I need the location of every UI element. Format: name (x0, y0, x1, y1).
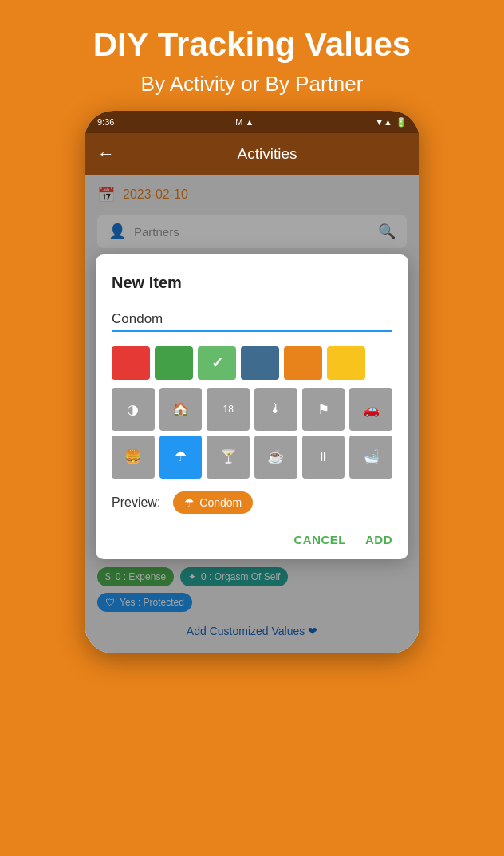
icon-cell-5[interactable]: 🚗 (349, 388, 392, 431)
color-swatch-yellow[interactable] (327, 346, 365, 380)
promo-header: DIY Tracking Values By Activity or By Pa… (0, 0, 504, 111)
app-bar-title: Activities (128, 145, 407, 163)
preview-badge-text: Condom (199, 496, 242, 509)
add-button[interactable]: ADD (365, 533, 392, 546)
app-bar: ← Activities (85, 133, 419, 175)
item-name-input[interactable] (112, 308, 392, 332)
color-swatch-red[interactable] (112, 346, 150, 380)
icon-cell-10[interactable]: ⏸ (302, 436, 345, 479)
promo-title: DIY Tracking Values (32, 26, 472, 64)
color-swatch-green[interactable] (155, 346, 193, 380)
status-bar: 9:36 M ▲ ▼▲ 🔋 (85, 111, 419, 133)
dialog-title: New Item (112, 274, 392, 292)
check-icon: ✓ (211, 354, 223, 372)
preview-badge: ☂ Condom (173, 491, 253, 514)
screen-content: 📅 2023-02-10 👤 Partners 🔍 $ 0 : Expense … (85, 175, 419, 653)
status-icons: M ▲ (235, 117, 254, 127)
color-swatch-selected[interactable]: ✓ (198, 346, 236, 380)
preview-label: Preview: (112, 495, 160, 510)
icon-cell-1[interactable]: 🏠 (159, 388, 203, 431)
preview-row: Preview: ☂ Condom (112, 491, 392, 514)
icon-cell-8[interactable]: 🍸 (207, 436, 250, 479)
dialog-wrapper: New Item ✓ ◑ 🏠 18 (96, 254, 408, 558)
cancel-button[interactable]: CANCEL (294, 533, 347, 546)
new-item-dialog: New Item ✓ ◑ 🏠 18 (96, 254, 408, 558)
status-time: 9:36 (97, 117, 114, 127)
color-row: ✓ (112, 346, 392, 380)
icon-cell-0[interactable]: ◑ (112, 388, 155, 431)
icon-cell-9[interactable]: ☕ (254, 436, 297, 479)
color-swatch-orange[interactable] (284, 346, 322, 380)
preview-badge-icon: ☂ (184, 496, 195, 509)
icon-cell-6[interactable]: 🍔 (112, 436, 155, 479)
icon-grid: ◑ 🏠 18 🌡 ⚑ 🚗 🍔 ☂ 🍸 ☕ ⏸ 🛁 (112, 388, 392, 478)
icon-cell-11[interactable]: 🛁 (349, 436, 392, 479)
icon-cell-umbrella[interactable]: ☂ (159, 436, 203, 479)
icon-cell-2[interactable]: 18 (207, 388, 250, 431)
signal-icons: ▼▲ 🔋 (375, 117, 407, 128)
phone-frame: 9:36 M ▲ ▼▲ 🔋 ← Activities 📅 2023-02-10 … (85, 111, 419, 653)
dialog-buttons: CANCEL ADD (112, 530, 392, 546)
promo-subtitle: By Activity or By Partner (32, 72, 472, 97)
color-swatch-blue[interactable] (241, 346, 279, 380)
icon-cell-4[interactable]: ⚑ (302, 388, 345, 431)
icon-cell-3[interactable]: 🌡 (254, 388, 297, 431)
back-button[interactable]: ← (97, 144, 115, 164)
